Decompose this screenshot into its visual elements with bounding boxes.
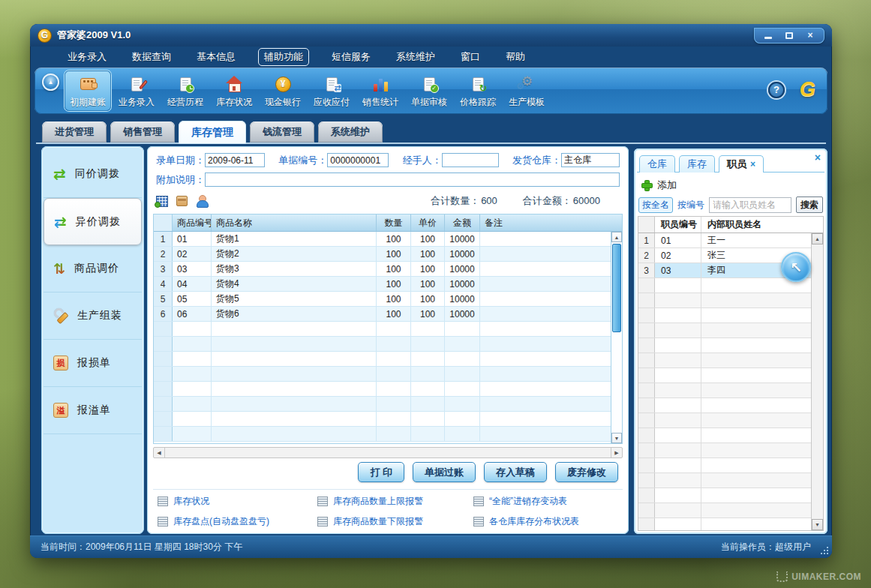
table-row-empty[interactable] [638, 488, 811, 503]
maximize-button[interactable] [779, 29, 799, 42]
scroll-down-icon[interactable]: ▼ [812, 519, 823, 530]
scroll-up-icon[interactable]: ▲ [812, 233, 823, 244]
table-row-empty[interactable] [154, 412, 611, 427]
panel-close-icon[interactable]: × [815, 152, 821, 164]
discard-changes-button[interactable]: 废弃修改 [555, 462, 618, 482]
table-row[interactable]: 101货物110010010000 [154, 232, 611, 247]
close-button[interactable]: × [800, 29, 820, 42]
menu-item-help[interactable]: 帮助 [503, 49, 528, 65]
tab-inventory-management[interactable]: 库存管理 [179, 121, 246, 144]
save-draft-button[interactable]: 存入草稿 [484, 462, 547, 482]
table-row-empty[interactable] [638, 398, 811, 413]
note-input[interactable] [205, 172, 620, 187]
menu-item-system-maintenance[interactable]: 系统维护 [393, 49, 438, 65]
table-row-empty[interactable] [638, 413, 811, 428]
tab-system-maintenance[interactable]: 系统维护 [318, 122, 383, 142]
scroll-down-icon[interactable]: ▼ [611, 433, 622, 443]
inventory-package-icon[interactable] [176, 196, 188, 206]
tab-cashflow-management[interactable]: 钱流管理 [250, 122, 314, 142]
staff-search-input[interactable] [709, 197, 791, 213]
shipping-warehouse-input[interactable] [561, 153, 620, 167]
table-row-empty[interactable] [638, 353, 811, 368]
table-row-empty[interactable] [638, 458, 811, 473]
tab-sales-management[interactable]: 销售管理 [110, 122, 175, 142]
table-row-empty[interactable] [154, 322, 611, 337]
resize-grip-icon[interactable] [819, 545, 828, 554]
staff-row[interactable]: 101王一 [638, 233, 811, 248]
link-lower-limit-alert[interactable]: 库存商品数量下限报警 [317, 515, 473, 528]
staff-scrollbar[interactable]: ▲ ▼ [811, 233, 823, 530]
tab-warehouse[interactable]: 仓库 [639, 155, 675, 172]
menu-item-business-entry[interactable]: 业务录入 [65, 49, 110, 65]
tab-purchase-management[interactable]: 进货管理 [42, 122, 107, 142]
table-row-empty[interactable] [638, 278, 811, 293]
scroll-left-icon[interactable]: ◀ [154, 448, 165, 458]
table-row-empty[interactable] [638, 503, 811, 518]
table-row[interactable]: 606货物610010010000 [154, 307, 611, 322]
menu-item-auxiliary[interactable]: 辅助功能 [258, 48, 309, 66]
toolbar-item-voucher-audit[interactable]: ✓ 单据审核 [406, 70, 452, 111]
sidebar-item-loss-report[interactable]: 损 报损单 [44, 340, 142, 387]
search-by-code-toggle[interactable]: 按编号 [677, 199, 704, 212]
entry-date-input[interactable] [205, 153, 265, 167]
tab-close-icon[interactable]: × [750, 159, 755, 170]
table-row-empty[interactable] [154, 397, 611, 412]
menu-item-sms[interactable]: 短信服务 [329, 49, 374, 65]
sidebar-item-overflow-report[interactable]: 溢 报溢单 [44, 387, 142, 434]
table-row-empty[interactable] [638, 338, 811, 353]
sidebar-item-diff-price-transfer[interactable]: ⇄ 异价调拨 [44, 198, 142, 245]
sidebar-item-same-price-transfer[interactable]: ⇄ 同价调拨 [44, 151, 142, 198]
table-row-empty[interactable] [638, 443, 811, 458]
table-row-empty[interactable] [638, 428, 811, 443]
link-upper-limit-alert[interactable]: 库存商品数量上限报警 [317, 495, 473, 508]
staff-person-icon[interactable] [196, 195, 208, 208]
toolbar-item-initial-setup[interactable]: 初期建账 [65, 70, 111, 111]
toolbar-item-inventory-status[interactable]: 库存状况 [211, 70, 257, 111]
post-voucher-button[interactable]: 单据过账 [413, 462, 476, 482]
table-row-empty[interactable] [154, 337, 611, 352]
table-row-empty[interactable] [638, 293, 811, 308]
toolbar-item-production-template[interactable]: ⚙⚙ 生产模板 [503, 70, 550, 111]
search-by-name-toggle[interactable]: 按全名 [638, 197, 673, 213]
scroll-right-icon[interactable]: ▶ [611, 448, 622, 458]
table-row[interactable]: 505货物510010010000 [154, 292, 611, 307]
table-row-empty[interactable] [638, 473, 811, 488]
add-row[interactable]: 添加 [642, 178, 677, 192]
table-row[interactable]: 202货物210010010000 [154, 247, 611, 262]
toolbar-item-history[interactable]: 经营历程 [162, 70, 209, 111]
sidebar-item-production-assembly[interactable]: 生产组装 [44, 292, 142, 340]
table-row-empty[interactable] [154, 352, 611, 367]
link-stocktaking[interactable]: 库存盘点(自动盘盈盘亏) [158, 515, 317, 528]
table-row-empty[interactable] [638, 518, 811, 530]
toolbar-item-cash-bank[interactable]: ¥ 现金银行 [260, 70, 306, 111]
table-row[interactable]: 404货物410010010000 [154, 277, 611, 292]
collapse-toolbar-button[interactable]: ▲ [42, 74, 59, 91]
menu-item-window[interactable]: 窗口 [458, 49, 483, 65]
link-almighty-movement-report[interactable]: “全能”进销存变动表 [473, 495, 624, 508]
toolbar-item-receivable-payable[interactable]: ⇄ 应收应付 [308, 70, 355, 111]
search-button[interactable]: 搜索 [796, 196, 823, 213]
horizontal-scrollbar[interactable]: ◀ ▶ [153, 447, 623, 458]
table-row-empty[interactable] [154, 427, 611, 442]
table-row-empty[interactable] [638, 308, 811, 323]
voucher-number-input[interactable] [327, 153, 389, 167]
table-row-empty[interactable] [154, 367, 611, 382]
link-warehouse-distribution-report[interactable]: 各仓库库存分布状况表 [473, 515, 624, 528]
scroll-up-icon[interactable]: ▲ [611, 232, 622, 242]
tab-inventory[interactable]: 库存 [679, 155, 715, 172]
table-row-empty[interactable] [638, 323, 811, 338]
table-row-empty[interactable] [638, 383, 811, 398]
tab-staff[interactable]: 职员× [719, 155, 764, 172]
toolbar-item-sales-stats[interactable]: 销售统计 [357, 70, 404, 111]
menu-item-data-query[interactable]: 数据查询 [129, 49, 174, 65]
print-button[interactable]: 打 印 [358, 462, 404, 482]
handler-input[interactable] [442, 153, 499, 167]
link-inventory-status[interactable]: 库存状况 [158, 495, 317, 508]
help-icon[interactable]: ? [768, 82, 785, 98]
minimize-button[interactable] [758, 29, 778, 42]
sidebar-item-price-adjust[interactable]: ⇅ 商品调价 [44, 245, 142, 292]
warehouse-building-icon[interactable] [156, 196, 168, 207]
vertical-scrollbar[interactable]: ▲ ▼ [611, 232, 622, 443]
table-row[interactable]: 303货物310010010000 [154, 262, 611, 277]
menu-item-basic-info[interactable]: 基本信息 [194, 49, 239, 65]
